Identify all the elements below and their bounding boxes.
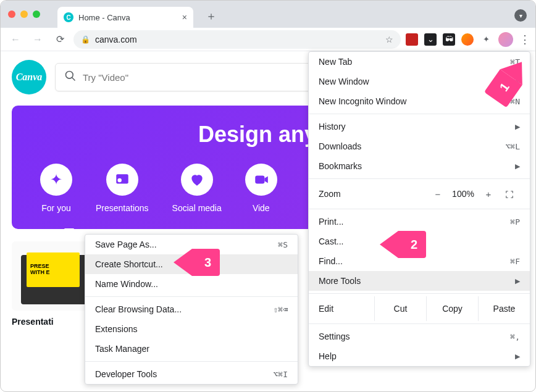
menu-zoom: Zoom − 100% + bbox=[309, 181, 530, 206]
category-label: Vide bbox=[253, 203, 270, 213]
svg-point-3 bbox=[117, 178, 122, 183]
category-video[interactable]: Vide bbox=[245, 164, 277, 213]
pocket-icon[interactable]: ⌄ bbox=[424, 33, 437, 46]
svg-point-0 bbox=[66, 71, 73, 78]
shortcut: ⌘T bbox=[510, 57, 520, 67]
omnibox[interactable]: 🔒 canva.com ☆ bbox=[73, 30, 401, 49]
menu-bookmarks[interactable]: Bookmarks▶ bbox=[309, 156, 530, 176]
browser-tab[interactable]: C Home - Canva × bbox=[57, 7, 193, 28]
zoom-out-button[interactable]: − bbox=[427, 189, 448, 199]
submenu-arrow-icon: ▶ bbox=[515, 123, 520, 131]
search-icon bbox=[64, 70, 77, 85]
submenu-extensions[interactable]: Extensions bbox=[85, 319, 298, 339]
submenu-name-window[interactable]: Name Window... bbox=[85, 274, 298, 294]
edit-label: Edit bbox=[319, 304, 374, 314]
bookmark-star-icon[interactable]: ☆ bbox=[385, 35, 393, 44]
lock-icon: 🔒 bbox=[81, 35, 90, 44]
menu-label: Cast... bbox=[319, 236, 343, 246]
shortcut: ⌘F bbox=[510, 257, 520, 266]
url-text: canva.com bbox=[95, 35, 137, 44]
tab-close-icon[interactable]: × bbox=[182, 12, 187, 22]
menu-new-tab[interactable]: New Tab⌘T bbox=[309, 52, 530, 72]
profile-avatar[interactable] bbox=[498, 32, 513, 47]
menu-label: Clear Browsing Data... bbox=[95, 304, 182, 314]
cut-button[interactable]: Cut bbox=[374, 296, 426, 321]
extension-icon[interactable] bbox=[406, 33, 418, 46]
traffic-lights bbox=[8, 10, 40, 18]
window-menu-button[interactable]: ▾ bbox=[514, 9, 527, 22]
menu-edit: Edit Cut Copy Paste bbox=[309, 296, 530, 321]
extension-icon[interactable]: 🕶 bbox=[443, 33, 455, 46]
menu-label: History bbox=[319, 122, 346, 131]
category-label: Presentations bbox=[96, 203, 149, 213]
category-label: For you bbox=[41, 203, 70, 213]
maximize-window-button[interactable] bbox=[33, 10, 40, 18]
address-bar: ← → ⟳ 🔒 canva.com ☆ ⌄ 🕶 ✦ ⋮ bbox=[1, 28, 535, 51]
submenu-create-shortcut[interactable]: Create Shortcut... bbox=[85, 254, 298, 274]
category-social-media[interactable]: Social media bbox=[172, 164, 222, 213]
sparkle-icon: ✦ bbox=[40, 164, 72, 196]
menu-label: Bookmarks bbox=[319, 161, 362, 171]
zoom-label: Zoom bbox=[319, 189, 427, 199]
extensions-puzzle-icon[interactable]: ✦ bbox=[480, 33, 492, 46]
menu-label: More Tools bbox=[319, 276, 361, 286]
submenu-task-manager[interactable]: Task Manager bbox=[85, 339, 298, 359]
submenu-arrow-icon: ▶ bbox=[515, 162, 520, 170]
menu-label: Name Window... bbox=[95, 279, 158, 289]
menu-incognito[interactable]: New Incognito Window⇧⌘N bbox=[309, 91, 530, 111]
close-window-button[interactable] bbox=[8, 10, 15, 18]
menu-settings[interactable]: Settings⌘, bbox=[309, 327, 530, 346]
zoom-in-button[interactable]: + bbox=[478, 189, 499, 199]
menu-label: Task Manager bbox=[95, 344, 149, 354]
category-presentations[interactable]: Presentations bbox=[96, 164, 149, 213]
svg-line-1 bbox=[72, 77, 75, 80]
chrome-menu-button[interactable]: ⋮ bbox=[519, 33, 529, 46]
submenu-save-page[interactable]: Save Page As...⌘S bbox=[85, 235, 298, 254]
thumb-text: WITH E bbox=[30, 270, 76, 276]
menu-cast[interactable]: Cast... bbox=[309, 231, 530, 251]
submenu-clear-data[interactable]: Clear Browsing Data...⇧⌘⌫ bbox=[85, 299, 298, 319]
back-button[interactable]: ← bbox=[7, 34, 24, 45]
shortcut: ⌘S bbox=[278, 240, 288, 249]
new-tab-button[interactable]: ＋ bbox=[206, 9, 217, 23]
submenu-arrow-icon: ▶ bbox=[515, 352, 520, 361]
forward-button[interactable]: → bbox=[29, 34, 46, 45]
menu-more-tools[interactable]: More Tools▶ bbox=[309, 271, 530, 291]
menu-downloads[interactable]: Downloads⌥⌘L bbox=[309, 136, 530, 156]
menu-label: Find... bbox=[319, 256, 343, 266]
menu-label: New Incognito Window bbox=[319, 96, 406, 106]
menu-label: Save Page As... bbox=[95, 240, 157, 249]
shortcut: ⌘, bbox=[510, 332, 520, 341]
copy-button[interactable]: Copy bbox=[426, 296, 478, 321]
shortcut: ⌥⌘I bbox=[274, 370, 288, 379]
submenu-developer-tools[interactable]: Developer Tools⌥⌘I bbox=[85, 364, 298, 384]
extensions-tray: ⌄ 🕶 ✦ ⋮ bbox=[406, 32, 529, 47]
menu-history[interactable]: History▶ bbox=[309, 117, 530, 136]
menu-help[interactable]: Help▶ bbox=[309, 346, 530, 366]
menu-find[interactable]: Find...⌘F bbox=[309, 251, 530, 271]
shortcut: ⇧⌘⌫ bbox=[274, 305, 288, 314]
reload-button[interactable]: ⟳ bbox=[51, 33, 69, 45]
minimize-window-button[interactable] bbox=[20, 10, 28, 18]
menu-label: Help bbox=[319, 351, 337, 361]
menu-label: Settings bbox=[319, 332, 350, 341]
menu-label: Downloads bbox=[319, 141, 361, 151]
chrome-main-menu: New Tab⌘T New Window⌘N New Incognito Win… bbox=[308, 51, 530, 367]
category-for-you[interactable]: ✦ For you bbox=[40, 164, 72, 213]
category-label: Social media bbox=[172, 203, 222, 213]
presentation-icon bbox=[106, 164, 138, 196]
window-titlebar: C Home - Canva × ＋ ▾ bbox=[1, 1, 535, 28]
paste-button[interactable]: Paste bbox=[478, 296, 530, 321]
fullscreen-icon[interactable] bbox=[499, 189, 520, 199]
extension-icon[interactable] bbox=[461, 33, 474, 46]
menu-print[interactable]: Print...⌘P bbox=[309, 212, 530, 231]
menu-label: New Window bbox=[319, 77, 369, 86]
menu-new-window[interactable]: New Window⌘N bbox=[309, 72, 530, 91]
tab-title: Home - Canva bbox=[78, 13, 177, 22]
svg-rect-2 bbox=[116, 174, 128, 183]
tab-favicon: C bbox=[64, 12, 73, 22]
canva-logo[interactable]: Canva bbox=[12, 60, 46, 94]
shortcut: ⌥⌘L bbox=[506, 142, 520, 151]
menu-label: Extensions bbox=[95, 324, 137, 334]
menu-label: New Tab bbox=[319, 57, 352, 67]
